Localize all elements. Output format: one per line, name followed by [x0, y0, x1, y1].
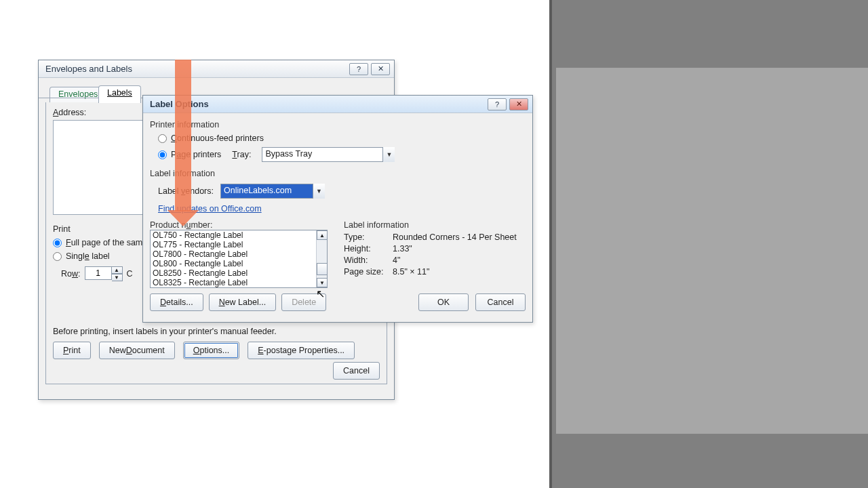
row-input[interactable] — [85, 266, 112, 280]
row-spin-down[interactable]: ▼ — [112, 274, 123, 281]
app-background-panel — [556, 68, 868, 434]
info-height-value: 1.33" — [393, 244, 526, 253]
radio-single-label-input[interactable] — [53, 252, 62, 261]
details-button[interactable]: Details... — [150, 293, 203, 311]
new-document-button[interactable]: New Document — [99, 342, 175, 359]
info-height-key: Height: — [344, 244, 393, 253]
row-label: Row: — [61, 269, 81, 279]
new-label-button[interactable]: New Label... — [209, 293, 277, 311]
tab-labels[interactable]: Labels — [98, 85, 141, 103]
info-type-value: Rounded Corners - 14 Per Sheet — [393, 232, 526, 242]
label-information-heading: Label information — [344, 220, 526, 230]
dialog-titlebar[interactable]: Label Options ? ✕ — [143, 96, 532, 113]
chevron-down-icon: ▼ — [313, 184, 325, 199]
scroll-down-icon[interactable]: ▼ — [317, 278, 328, 287]
list-item[interactable]: OL800 - Rectangle Label — [151, 259, 327, 268]
list-item[interactable]: OL8325 - Rectangle Label — [151, 278, 327, 287]
scroll-up-icon[interactable]: ▲ — [317, 230, 328, 240]
info-width-key: Width: — [344, 256, 393, 265]
list-item[interactable]: OL750 - Rectangle Label — [151, 230, 327, 240]
info-type-key: Type: — [344, 232, 393, 242]
scroll-thumb[interactable] — [317, 263, 328, 275]
help-button[interactable]: ? — [488, 98, 507, 110]
list-item[interactable]: OL7800 - Rectangle Label — [151, 249, 327, 259]
cancel-button[interactable]: Cancel — [475, 293, 526, 311]
printer-info-heading: Printer information — [150, 120, 526, 129]
dialog-titlebar[interactable]: Envelopes and Labels ? ✕ — [39, 60, 394, 78]
radio-full-page-input[interactable] — [53, 239, 62, 247]
tray-select[interactable]: Bypass Tray ▼ — [262, 147, 395, 162]
ok-button[interactable]: OK — [418, 293, 469, 311]
info-width-value: 4" — [393, 256, 526, 265]
radio-continuous-input[interactable] — [158, 134, 167, 143]
radio-page-input[interactable] — [158, 150, 167, 159]
feeder-note: Before printing, insert labels in your p… — [53, 327, 277, 336]
label-info-heading: Label information — [150, 169, 526, 178]
close-button[interactable]: ✕ — [509, 98, 528, 110]
print-button[interactable]: Print — [53, 342, 91, 359]
info-page-key: Page size: — [344, 267, 393, 277]
row-spinner[interactable]: ▲▼ — [85, 266, 123, 281]
dialog-title: Envelopes and Labels — [45, 64, 132, 74]
list-item[interactable]: OL8250 - Rectangle Label — [151, 268, 327, 278]
list-item[interactable]: OL775 - Rectangle Label — [151, 240, 327, 249]
col-label-fragment: C — [127, 269, 133, 279]
help-button[interactable]: ? — [349, 63, 368, 75]
info-page-value: 8.5" × 11" — [393, 267, 526, 277]
app-background-divider — [549, 0, 552, 488]
vendor-select[interactable]: OnlineLabels.com ▼ — [220, 184, 325, 199]
scrollbar[interactable]: ▲ ▼ — [316, 230, 327, 287]
close-button[interactable]: ✕ — [371, 63, 390, 75]
product-listbox[interactable]: OL750 - Rectangle Label OL775 - Rectangl… — [150, 230, 328, 288]
label-options-dialog: Label Options ? ✕ Printer information Co… — [142, 95, 533, 323]
cancel-button[interactable]: Cancel — [333, 362, 380, 380]
address-input[interactable] — [53, 120, 145, 215]
chevron-down-icon: ▼ — [382, 147, 395, 162]
tray-label: Tray: — [232, 150, 251, 159]
row-spin-up[interactable]: ▲ — [112, 266, 123, 274]
options-button[interactable]: Options... — [183, 342, 240, 359]
radio-continuous-printers[interactable]: Continuous-feed printers — [158, 134, 526, 143]
delete-button: Delete — [281, 293, 326, 311]
epostage-button[interactable]: E-postage Properties... — [248, 342, 355, 359]
annotation-arrow — [175, 60, 191, 211]
